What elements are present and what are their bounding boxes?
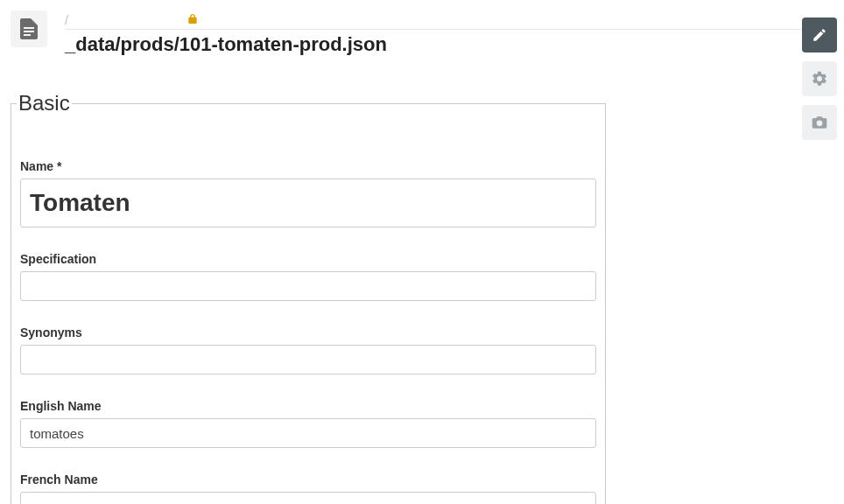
- preview-button[interactable]: [802, 105, 837, 140]
- pencil-icon: [812, 27, 827, 43]
- french-name-label: French Name: [20, 472, 596, 486]
- action-rail: [802, 18, 837, 140]
- specification-label: Specification: [20, 252, 596, 266]
- english-name-label: English Name: [20, 399, 596, 413]
- settings-button[interactable]: [802, 61, 837, 96]
- file-icon: [20, 18, 38, 39]
- header-main: / _data/prods/101-tomaten-prod.json: [65, 10, 833, 56]
- fieldset-legend: Basic: [17, 91, 72, 116]
- field-name: Name *: [20, 159, 596, 228]
- field-synonyms: Synonyms: [20, 326, 596, 374]
- specification-input[interactable]: [20, 271, 596, 301]
- english-name-input[interactable]: [20, 418, 596, 448]
- field-english-name: English Name: [20, 399, 596, 448]
- lock-icon: [187, 13, 198, 27]
- basic-fieldset: Basic Name * Specification Synonyms Engl…: [11, 91, 606, 504]
- breadcrumb-separator: /: [65, 13, 68, 27]
- name-label: Name *: [20, 159, 596, 173]
- gear-icon: [811, 70, 828, 88]
- camera-icon: [811, 115, 828, 130]
- header-row: / _data/prods/101-tomaten-prod.json: [0, 0, 844, 56]
- file-path: _data/prods/101-tomaten-prod.json: [65, 33, 833, 56]
- name-input[interactable]: [20, 178, 596, 228]
- french-name-input[interactable]: [20, 492, 596, 504]
- file-icon-box: [11, 10, 47, 47]
- form-area: Basic Name * Specification Synonyms Engl…: [0, 56, 844, 504]
- synonyms-input[interactable]: [20, 345, 596, 374]
- synonyms-label: Synonyms: [20, 326, 596, 340]
- breadcrumb: /: [65, 12, 833, 30]
- field-french-name: French Name: [20, 472, 596, 504]
- field-specification: Specification: [20, 252, 596, 301]
- edit-button[interactable]: [802, 18, 837, 52]
